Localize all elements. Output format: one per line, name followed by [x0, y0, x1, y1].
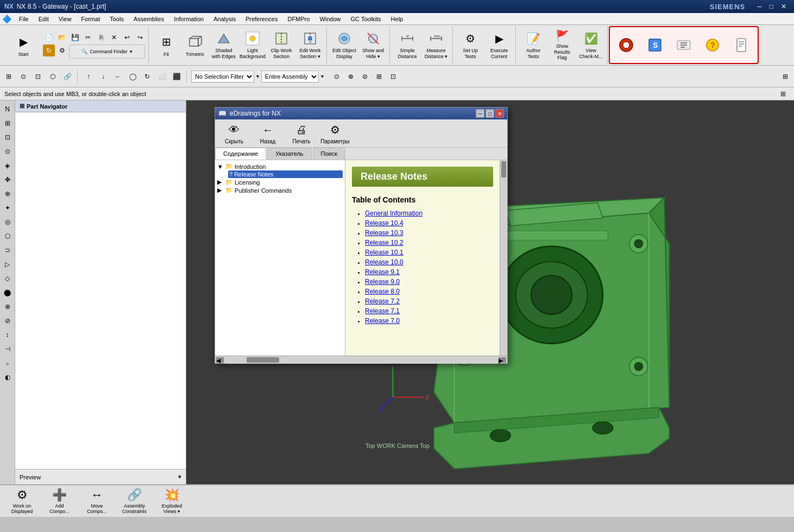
- special-btn4[interactable]: ?: [698, 29, 727, 61]
- ls-icon14[interactable]: ⬤: [1, 286, 14, 299]
- author-tests-button[interactable]: 📝 Author Tests: [519, 29, 547, 61]
- delete-button[interactable]: ✕: [108, 31, 120, 43]
- menu-dfmpro[interactable]: DFMPro: [283, 15, 314, 23]
- ls-icon16[interactable]: ⊘: [1, 314, 14, 327]
- expand-icon[interactable]: ▼: [217, 163, 224, 170]
- toc-link-general[interactable]: General Information: [365, 210, 423, 217]
- ed-print-button[interactable]: 🖨 Печать: [287, 121, 316, 146]
- preview-expand-icon[interactable]: ▾: [178, 473, 181, 480]
- special-btn2[interactable]: S: [641, 29, 669, 61]
- ls-icon9[interactable]: ◎: [1, 216, 14, 229]
- tb2-nav5[interactable]: ↻: [141, 70, 154, 83]
- ed-scrollbar[interactable]: [500, 160, 507, 356]
- ls-icon1[interactable]: N: [1, 103, 14, 116]
- show-hide-button[interactable]: Show and Hide ▾: [359, 29, 387, 61]
- assembly-constraints-button[interactable]: 🔗 Assembly Constraints: [117, 487, 152, 515]
- ls-icon4[interactable]: ⊙: [1, 145, 14, 158]
- menu-window[interactable]: Window: [315, 15, 345, 23]
- tb2-nav2[interactable]: ↓: [97, 70, 110, 83]
- show-results-flag-button[interactable]: 🚩 Show Results Flag: [548, 29, 576, 61]
- edrawings-titlebar[interactable]: 📖 eDrawings for NX ─ □ ✕: [215, 107, 507, 119]
- tree-item-licensing[interactable]: ▶ 📁 Licensing: [217, 178, 343, 186]
- special-btn5[interactable]: [727, 29, 755, 61]
- ed-maximize-button[interactable]: □: [486, 109, 494, 118]
- tb2-right1[interactable]: ⊞: [779, 70, 792, 83]
- tb2-more5[interactable]: ⊡: [387, 70, 400, 83]
- tb2-more2[interactable]: ⊕: [344, 70, 357, 83]
- clip-work-section-button[interactable]: Clip Work Section: [267, 29, 295, 61]
- toc-link-72[interactable]: Release 7.2: [365, 297, 400, 305]
- menu-assemblies[interactable]: Assemblies: [129, 15, 168, 23]
- ed-tab-search[interactable]: Поиск: [313, 148, 345, 160]
- redo-button[interactable]: ↪: [134, 31, 146, 43]
- part-navigator-body[interactable]: [15, 112, 186, 469]
- h-scroll-right[interactable]: ▶: [499, 357, 506, 363]
- menu-file[interactable]: File: [15, 15, 33, 23]
- status-icon[interactable]: ⊞: [777, 87, 790, 100]
- tb2-nav7[interactable]: ⬛: [170, 70, 183, 83]
- selection-filter-dropdown[interactable]: No Selection Filter: [191, 71, 254, 83]
- ed-hide-button[interactable]: 👁 Скрыть: [219, 121, 249, 146]
- menu-preferences[interactable]: Preferences: [241, 15, 282, 23]
- shaded-edges-button[interactable]: Shaded with Edges: [210, 29, 238, 61]
- menu-tools[interactable]: Tools: [105, 15, 128, 23]
- toc-link-90[interactable]: Release 9.0: [365, 278, 400, 286]
- tb2-icon3[interactable]: ⊡: [31, 70, 45, 83]
- light-background-button[interactable]: Light Background: [238, 29, 267, 61]
- menu-edit[interactable]: Edit: [34, 15, 53, 23]
- ls-icon19[interactable]: ⬦: [1, 357, 14, 370]
- save-button[interactable]: 💾: [69, 31, 81, 43]
- ed-minimize-button[interactable]: ─: [476, 109, 484, 118]
- ls-icon17[interactable]: ↕: [1, 328, 14, 341]
- tb2-more1[interactable]: ⊙: [330, 70, 343, 83]
- tree-item-release-notes[interactable]: ? Release Notes: [228, 170, 343, 178]
- rotate-button[interactable]: ↻: [43, 45, 55, 56]
- trimetric-button[interactable]: Trimetric: [181, 29, 209, 61]
- ed-tab-index[interactable]: Указатель: [267, 148, 311, 160]
- start-button[interactable]: ▶ Start: [4, 29, 42, 61]
- ls-icon13[interactable]: ◇: [1, 272, 14, 285]
- settings-button[interactable]: ⚙: [56, 45, 68, 56]
- tb2-nav3[interactable]: ←: [111, 70, 124, 83]
- ls-icon10[interactable]: ⬡: [1, 230, 14, 243]
- fit-button[interactable]: ⊞ Fit: [152, 29, 180, 61]
- tb2-nav6[interactable]: ⬜: [155, 70, 168, 83]
- ls-icon5[interactable]: ◈: [1, 159, 14, 172]
- tb2-icon1[interactable]: ⊞: [2, 70, 15, 83]
- toc-link-101[interactable]: Release 10.1: [365, 249, 404, 256]
- menu-gctoolkits[interactable]: GC Toolkits: [346, 15, 386, 23]
- menu-analysis[interactable]: Analysis: [209, 15, 240, 23]
- ls-icon8[interactable]: ✦: [1, 201, 14, 214]
- toc-link-103[interactable]: Release 10.3: [365, 229, 404, 237]
- scroll-thumb[interactable]: [501, 161, 506, 178]
- tree-item-publisher[interactable]: ▶ 📁 Publisher Commands: [217, 186, 343, 194]
- menu-format[interactable]: Format: [77, 15, 104, 23]
- assembly-dropdown[interactable]: Entire Assembly: [261, 71, 319, 83]
- tb2-more3[interactable]: ⊘: [358, 70, 371, 83]
- h-scroll-thumb[interactable]: [247, 357, 279, 363]
- ed-params-button[interactable]: ⚙ Параметры: [320, 121, 350, 146]
- special-btn3[interactable]: [670, 29, 698, 61]
- edit-object-display-button[interactable]: Edit Object Display: [330, 29, 358, 61]
- ls-icon11[interactable]: ⊃: [1, 244, 14, 257]
- tb2-icon2[interactable]: ⊙: [17, 70, 30, 83]
- open-button[interactable]: 📂: [56, 31, 68, 43]
- new-button[interactable]: 📄: [43, 31, 55, 43]
- ls-icon20[interactable]: ◐: [1, 371, 14, 384]
- view-check-button[interactable]: ✅ View Check-M...: [577, 29, 605, 61]
- ls-icon15[interactable]: ⊗: [1, 300, 14, 313]
- h-scroll-track[interactable]: [225, 356, 497, 364]
- maximize-button[interactable]: □: [766, 1, 777, 12]
- measure-distance-button[interactable]: mm Measure Distance ▾: [422, 29, 450, 61]
- expand-icon-pub[interactable]: ▶: [217, 187, 224, 194]
- toc-link-91[interactable]: Release 9.1: [365, 268, 400, 276]
- toc-link-80[interactable]: Release 8.0: [365, 288, 400, 295]
- ed-h-scrollbar[interactable]: ◀ ▶: [215, 356, 507, 363]
- ls-icon12[interactable]: ▷: [1, 258, 14, 271]
- menu-help[interactable]: Help: [387, 15, 408, 23]
- copy-button[interactable]: ⎘: [95, 31, 107, 43]
- close-button[interactable]: ✕: [778, 1, 790, 12]
- exploded-views-button[interactable]: 💥 Exploded Views ▾: [154, 487, 190, 515]
- ed-back-button[interactable]: ← Назад: [253, 121, 282, 146]
- tb2-more4[interactable]: ⊞: [373, 70, 386, 83]
